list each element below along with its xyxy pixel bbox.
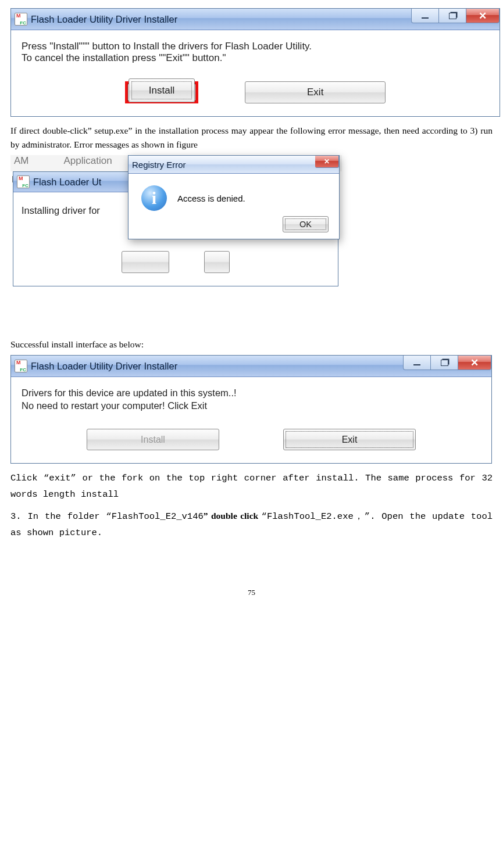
- app-icon: [15, 360, 27, 372]
- window-title: Flash Loader Utility Driver Installer: [31, 361, 399, 372]
- explorer-col-date: AM: [14, 155, 29, 167]
- installer-window-success: Flash Loader Utility Driver Installer Dr…: [10, 355, 492, 464]
- title-bar: Flash Loader Utility Driver Installer: [11, 356, 491, 377]
- paragraph-click-exit: Click “exit” or the fork on the top righ…: [10, 471, 493, 503]
- paragraph-error-explain: If direct double-click” setup.exe” in th…: [10, 124, 493, 152]
- minimize-button[interactable]: [403, 356, 431, 370]
- installer-window-initial: Flash Loader Utility Driver Installer Pr…: [10, 8, 500, 117]
- ok-button[interactable]: OK: [283, 216, 329, 232]
- maximize-button[interactable]: [431, 356, 458, 370]
- registry-error-dialog: Registry Error i Access is denied. OK: [128, 155, 340, 239]
- error-title-bar: Registry Error: [129, 156, 339, 174]
- success-text: Drivers for this device are updated in t…: [22, 386, 242, 413]
- error-title: Registry Error: [132, 160, 312, 170]
- paragraph-success-intro: Successful install interface as below:: [10, 338, 493, 351]
- hidden-button-left[interactable]: [122, 251, 169, 273]
- exit-button[interactable]: Exit: [245, 81, 386, 103]
- page-number: 75: [10, 588, 493, 597]
- paragraph-step3: 3. In the folder “FlashTool_E2_v146” dou…: [10, 508, 493, 541]
- error-screenshot-composite: AM Application 350 KB p Flash Loader Ut …: [10, 155, 342, 329]
- info-icon: i: [141, 185, 167, 211]
- window-body: Press "Install""" button to Install the …: [11, 30, 500, 116]
- close-button[interactable]: [466, 9, 500, 23]
- close-button[interactable]: [458, 356, 491, 370]
- window-body: Drivers for this device are updated in t…: [11, 377, 491, 463]
- minimize-button[interactable]: [411, 9, 439, 23]
- maximize-button[interactable]: [439, 9, 466, 23]
- instruction-text: Press "Install""" button to Install the …: [22, 41, 489, 64]
- install-button[interactable]: Install: [129, 78, 195, 102]
- step3-part-b: ” double click: [204, 511, 262, 521]
- app-icon: [15, 13, 27, 26]
- app-icon: [17, 175, 30, 188]
- window-title: Flash Loader Utility Driver Installer: [31, 14, 408, 25]
- error-message: Access is denied.: [177, 193, 245, 203]
- install-button-disabled: Install: [87, 429, 219, 451]
- exit-button[interactable]: Exit: [283, 429, 416, 451]
- error-close-button[interactable]: [315, 156, 339, 168]
- install-button-highlight: Install: [125, 81, 198, 103]
- hidden-button-right[interactable]: [204, 251, 230, 273]
- step3-part-a: 3. In the folder “FlashTool_E2_v146: [10, 511, 204, 522]
- explorer-col-type: Application: [64, 155, 112, 167]
- title-bar: Flash Loader Utility Driver Installer: [11, 9, 500, 30]
